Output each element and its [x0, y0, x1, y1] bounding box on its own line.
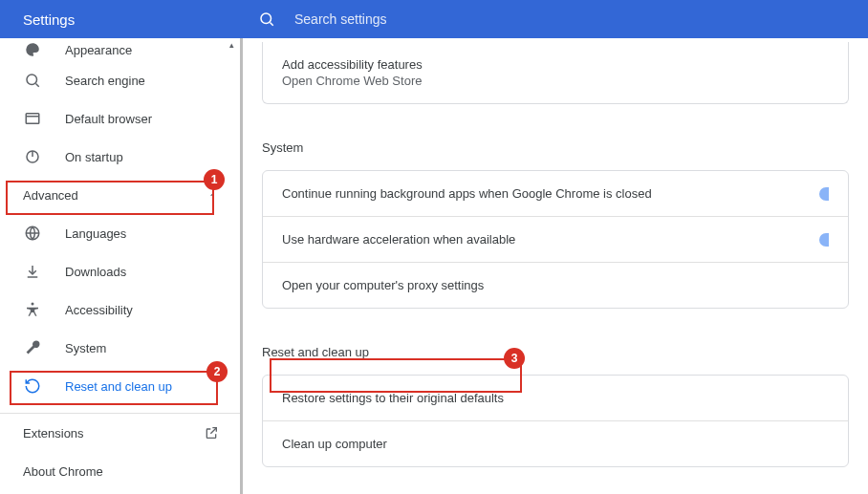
sidebar-item-on-startup[interactable]: On startup [0, 138, 240, 176]
download-icon [23, 262, 42, 281]
search-input[interactable] [294, 11, 677, 27]
accessibility-icon [23, 300, 42, 319]
section-title-reset: Reset and clean up [262, 332, 849, 367]
chevron-up-icon [207, 190, 217, 200]
sidebar-advanced-toggle[interactable]: Advanced [0, 176, 240, 214]
page-title: Settings [23, 11, 75, 28]
row-restore-defaults[interactable]: Restore settings to their original defau… [263, 376, 848, 420]
sidebar-item-label: Accessibility [65, 303, 133, 317]
section-title-system: System [262, 127, 849, 162]
row-label: Open your computer's proxy settings [282, 278, 484, 292]
search-bar [243, 0, 868, 38]
row-label: Continue running background apps when Go… [282, 186, 652, 201]
sidebar-item-downloads[interactable]: Downloads [0, 252, 240, 290]
sidebar-item-label: Downloads [65, 265, 126, 279]
sidebar-item-search-engine[interactable]: Search engine [0, 61, 240, 99]
search-icon [23, 71, 42, 90]
row-background-apps[interactable]: Continue running background apps when Go… [263, 171, 848, 216]
row-proxy-settings[interactable]: Open your computer's proxy settings [263, 262, 848, 308]
paint-icon [23, 40, 42, 59]
svg-point-0 [261, 13, 271, 24]
row-add-a11y-features[interactable]: Add accessibility features Open Chrome W… [263, 42, 848, 103]
sidebar-item-label: Appearance [65, 43, 132, 57]
toggle-switch[interactable] [819, 187, 829, 201]
accessibility-card: Add accessibility features Open Chrome W… [262, 42, 849, 104]
sidebar-item-label: On startup [65, 150, 123, 164]
sidebar-item-reset-cleanup[interactable]: Reset and clean up [0, 367, 240, 405]
page-title-wrap: Settings [0, 0, 243, 38]
sidebar-item-appearance[interactable]: Appearance [0, 38, 240, 61]
sidebar-item-accessibility[interactable]: Accessibility [0, 290, 240, 329]
sidebar-item-languages[interactable]: Languages [0, 214, 240, 252]
svg-point-2 [27, 75, 37, 85]
globe-icon [23, 224, 42, 243]
svg-line-13 [210, 428, 216, 434]
search-icon [258, 11, 275, 28]
toggle-switch[interactable] [819, 233, 829, 247]
row-subtitle: Open Chrome Web Store [282, 74, 423, 88]
scroll-up-arrow[interactable]: ▴ [225, 38, 238, 52]
svg-rect-4 [26, 114, 39, 124]
content-area: Add accessibility features Open Chrome W… [243, 38, 868, 494]
about-label: About Chrome [23, 464, 103, 479]
restore-icon [23, 376, 42, 396]
sidebar-item-about[interactable]: About Chrome [0, 452, 240, 490]
row-label: Restore settings to their original defau… [282, 391, 504, 405]
row-label: Use hardware acceleration when available [282, 232, 515, 247]
sidebar-item-label: Languages [65, 226, 126, 241]
row-hardware-accel[interactable]: Use hardware acceleration when available [263, 216, 848, 262]
reset-card: Restore settings to their original defau… [262, 375, 849, 467]
wrench-icon [23, 338, 42, 357]
row-cleanup-computer[interactable]: Clean up computer [263, 420, 848, 466]
browser-icon [23, 109, 42, 128]
sidebar-item-label: System [65, 341, 106, 355]
open-external-icon [204, 425, 219, 440]
sidebar-item-default-browser[interactable]: Default browser [0, 99, 240, 138]
advanced-label: Advanced [23, 188, 78, 203]
sidebar-item-extensions[interactable]: Extensions [0, 414, 240, 452]
sidebar-item-label: Search engine [65, 74, 145, 88]
svg-line-1 [270, 22, 272, 25]
row-title: Add accessibility features [282, 57, 423, 72]
sidebar: ▴ Appearance Search engine Default brows… [0, 38, 243, 494]
sidebar-item-system[interactable]: System [0, 329, 240, 367]
system-card: Continue running background apps when Go… [262, 170, 849, 309]
svg-point-12 [32, 303, 34, 306]
svg-line-3 [35, 83, 38, 86]
sidebar-item-label: Default browser [65, 112, 152, 126]
sidebar-item-label: Reset and clean up [65, 379, 172, 394]
header: Settings [0, 0, 868, 38]
extensions-label: Extensions [23, 426, 84, 440]
row-label: Clean up computer [282, 437, 387, 451]
power-icon [23, 147, 42, 166]
